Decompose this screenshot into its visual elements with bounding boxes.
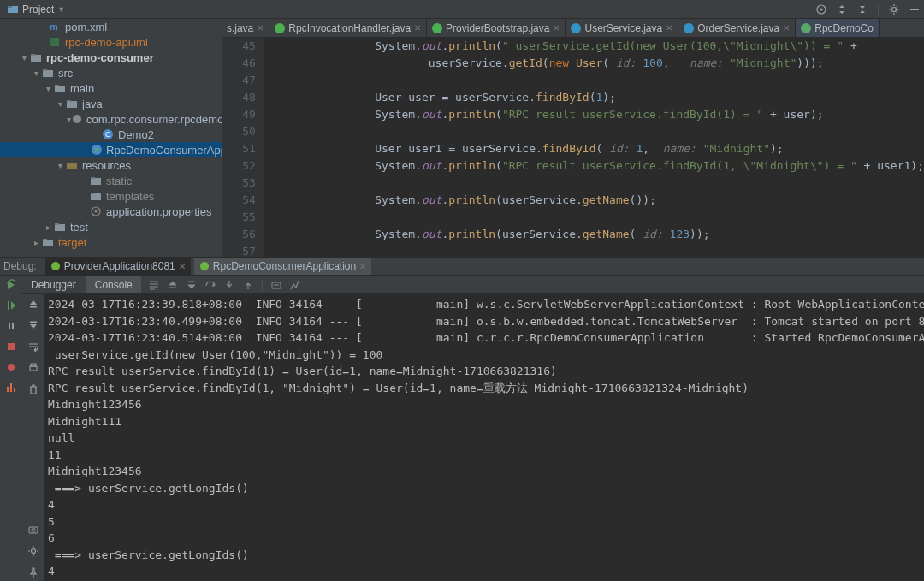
step-over-icon[interactable]: [204, 279, 216, 291]
console-tab[interactable]: Console: [86, 276, 141, 293]
close-icon[interactable]: ✕: [783, 23, 790, 33]
svg-point-4: [892, 7, 897, 11]
tree-row-com-rpc-consumer-rpcdemoconsumer[interactable]: ▾com.rpc.consumer.rpcdemoconsumer: [0, 111, 222, 127]
stop-button[interactable]: [3, 339, 19, 354]
tree-row-target[interactable]: ▸target: [0, 234, 222, 250]
clear-button[interactable]: [27, 383, 39, 398]
code-line[interactable]: [268, 123, 924, 140]
tree-row-demo2[interactable]: CDemo2: [0, 127, 222, 142]
tree-row-rpcdemoconsumerapplication[interactable]: RpcDemoConsumerApplication: [0, 142, 222, 157]
evaluate-icon[interactable]: [270, 279, 282, 291]
debugger-tab[interactable]: Debugger: [22, 276, 85, 293]
settings-icon[interactable]: [888, 3, 900, 15]
debug-settings-button[interactable]: [27, 545, 39, 560]
pause-button[interactable]: [3, 318, 19, 334]
editor-tab[interactable]: RpcInvocationHandler.java✕: [270, 19, 427, 37]
pin-button[interactable]: [27, 566, 39, 581]
code-line[interactable]: [268, 175, 924, 192]
print-button[interactable]: [27, 362, 39, 376]
align-icon[interactable]: [148, 279, 160, 291]
editor-tab[interactable]: s.java✕: [222, 19, 270, 37]
code-line[interactable]: System.out.println(userService.getName()…: [268, 192, 924, 209]
run-config-tab[interactable]: ProviderApplication8081✕: [45, 258, 191, 275]
code-line[interactable]: User user1 = userService.findById( id: 1…: [268, 140, 924, 157]
target-icon[interactable]: [815, 3, 827, 15]
code-body[interactable]: System.out.println(" userService.getId(n…: [264, 38, 924, 257]
project-icon: [7, 3, 19, 15]
dir-icon: [53, 221, 67, 233]
step-into-icon[interactable]: [223, 279, 235, 291]
svg-rect-30: [43, 239, 47, 240]
editor-tab[interactable]: OrderService.java✕: [678, 19, 796, 37]
code-line[interactable]: [268, 243, 924, 257]
tree-row-main[interactable]: ▾main: [0, 80, 222, 96]
close-icon[interactable]: ✕: [179, 262, 186, 271]
code-line[interactable]: User user = userService.findById(1);: [268, 89, 924, 106]
console-line: 5: [48, 513, 921, 531]
mute-breakpoints-button[interactable]: [3, 359, 19, 375]
step-out-icon[interactable]: [242, 279, 254, 291]
collapse-all-icon[interactable]: [856, 3, 868, 15]
code-line[interactable]: userService.getId(new User( id: 100, nam…: [268, 55, 924, 72]
tree-row-rpc-demo-api-iml[interactable]: rpc-demo-api.iml: [0, 34, 222, 50]
code-line[interactable]: System.out.println("RPC result userServi…: [268, 106, 924, 123]
editor-tab[interactable]: ProviderBootstrap.java✕: [427, 19, 566, 37]
profiler-button[interactable]: [3, 380, 19, 395]
tree-row-resources[interactable]: ▾resources: [0, 157, 222, 173]
console-tabs: Debugger Console |: [22, 276, 924, 294]
tree-row-pom-xml[interactable]: mpom.xml: [0, 19, 222, 34]
svg-rect-8: [31, 55, 41, 62]
console-output[interactable]: 2024-03-17T16:23:39.818+08:00 INFO 34164…: [44, 294, 924, 581]
close-icon[interactable]: ✕: [257, 23, 264, 33]
close-icon[interactable]: ✕: [414, 23, 421, 33]
tab-label: s.java: [227, 22, 253, 34]
console-line: 6: [48, 530, 921, 547]
code-line[interactable]: [268, 209, 924, 226]
tree-row-application-properties[interactable]: application.properties: [0, 204, 222, 219]
rerun-button[interactable]: [3, 277, 19, 293]
soft-wrap-button[interactable]: [27, 341, 39, 355]
close-icon[interactable]: ✕: [359, 262, 366, 271]
trace-icon[interactable]: [289, 279, 301, 291]
scroll-down-button[interactable]: [27, 319, 39, 334]
run-config-tab[interactable]: RpcDemoConsumerApplication✕: [194, 258, 371, 275]
tree-row-src[interactable]: ▾src: [0, 65, 222, 80]
svg-point-31: [51, 262, 60, 270]
resume-button[interactable]: [3, 298, 19, 313]
console-line: ===> userService.getLongIds(): [48, 480, 921, 497]
code-line[interactable]: System.out.println(" userService.getId(n…: [268, 38, 924, 55]
up-stack-icon[interactable]: [167, 279, 179, 291]
tree-row-static[interactable]: static: [0, 173, 222, 188]
editor-tab[interactable]: UserService.java✕: [566, 19, 678, 37]
tree-row-test[interactable]: ▸test: [0, 219, 222, 234]
svg-rect-42: [31, 364, 36, 366]
console-line: RPC result userService.findById(1) = Use…: [48, 363, 921, 380]
run-icon: [91, 144, 103, 156]
svg-rect-1: [8, 6, 12, 8]
dir-icon: [53, 82, 67, 94]
scroll-up-button[interactable]: [27, 298, 39, 312]
tree-row-java[interactable]: ▾java: [0, 96, 222, 111]
console-toolbar: |: [148, 279, 301, 291]
code-line[interactable]: System.out.println("RPC result userServi…: [268, 157, 924, 175]
svg-point-38: [8, 364, 15, 371]
tree-row-rpc-demo-consumer[interactable]: ▾rpc-demo-consumer: [0, 50, 222, 65]
project-dropdown[interactable]: Project ▼: [3, 3, 68, 15]
svg-rect-28: [55, 223, 59, 225]
code-line[interactable]: [268, 72, 924, 89]
svg-point-44: [32, 529, 35, 532]
project-tree[interactable]: mpom.xmlrpc-demo-api.iml▾rpc-demo-consum…: [0, 19, 222, 257]
camera-button[interactable]: [27, 524, 39, 538]
code-line[interactable]: System.out.println(userService.getName( …: [268, 226, 924, 243]
tab-label: RpcInvocationHandler.java: [288, 22, 411, 34]
down-stack-icon[interactable]: [186, 279, 198, 291]
close-icon[interactable]: ✕: [666, 23, 672, 33]
minimize-icon[interactable]: [909, 3, 921, 15]
code-editor[interactable]: 4546474849505152535455565758 System.out.…: [222, 38, 924, 257]
upper-split: mpom.xmlrpc-demo-api.iml▾rpc-demo-consum…: [0, 19, 924, 257]
tree-row-templates[interactable]: templates: [0, 188, 222, 204]
expand-all-icon[interactable]: [836, 3, 848, 15]
close-icon[interactable]: ✕: [553, 23, 560, 33]
svg-rect-36: [12, 323, 14, 329]
editor-tab[interactable]: RpcDemoCo: [796, 19, 880, 37]
